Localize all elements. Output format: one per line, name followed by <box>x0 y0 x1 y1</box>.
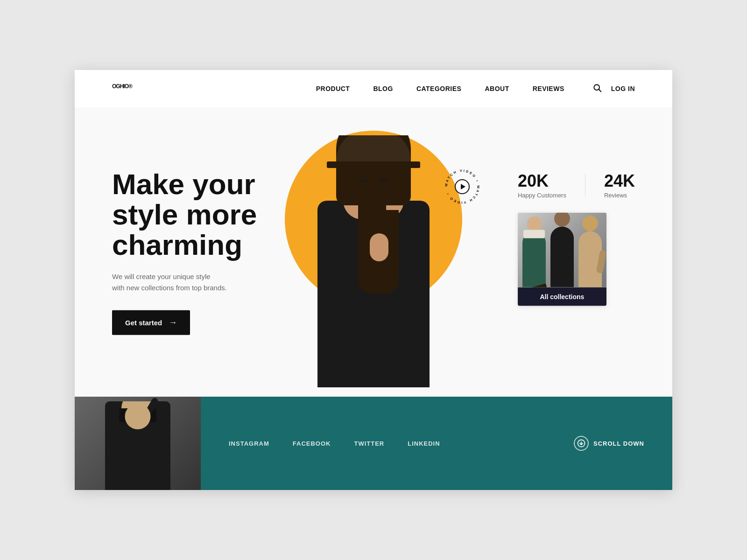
collections-image <box>518 213 606 287</box>
stat-reviews-label: Reviews <box>604 192 635 199</box>
hero-subtext: We will create your unique stylewith new… <box>112 271 271 294</box>
scroll-down-icon <box>574 436 589 451</box>
scroll-down-button[interactable]: SCROLL DOWN <box>574 436 644 451</box>
right-stats: 20K Happy Customers 24K Reviews <box>518 171 635 306</box>
nav-product[interactable]: PRODUCT <box>316 85 350 92</box>
svg-line-1 <box>599 89 601 91</box>
nav-about[interactable]: ABOUT <box>485 85 509 92</box>
stat-happy-label: Happy Customers <box>518 192 566 199</box>
collections-label[interactable]: All collections <box>518 287 606 306</box>
social-linkedin[interactable]: LINKEDIN <box>408 440 440 447</box>
nav-blog[interactable]: BLOG <box>373 85 393 92</box>
stat-divider <box>585 173 585 196</box>
hero-heading: Make your style more charming <box>112 169 271 260</box>
bottom-teal-bar: INSTAGRAM FACEBOOK TWITTER LINKEDIN SCRO… <box>201 397 672 490</box>
search-button[interactable] <box>592 83 602 95</box>
logo[interactable]: OGHIO® <box>112 83 132 95</box>
nav-links: PRODUCT BLOG CATEGORIES ABOUT REVIEWS <box>316 84 564 93</box>
arrow-right-icon: → <box>169 318 177 328</box>
bottom-left-photo <box>75 397 201 490</box>
login-button[interactable]: LOG IN <box>611 85 635 92</box>
navbar: OGHIO® PRODUCT BLOG CATEGORIES ABOUT REV… <box>75 70 672 107</box>
play-button[interactable] <box>455 179 470 194</box>
bottom-banner: INSTAGRAM FACEBOOK TWITTER LINKEDIN SCRO… <box>75 397 672 490</box>
hero-text: Make your style more charming We will cr… <box>112 169 271 335</box>
nav-reviews[interactable]: REVIEWS <box>533 85 564 92</box>
play-icon <box>461 184 465 189</box>
social-facebook[interactable]: FACEBOOK <box>293 440 331 447</box>
social-instagram[interactable]: INSTAGRAM <box>229 440 269 447</box>
stat-happy-number: 20K <box>518 171 566 191</box>
scroll-down-label: SCROLL DOWN <box>593 440 644 447</box>
stat-happy-customers: 20K Happy Customers <box>518 171 566 199</box>
stat-reviews: 24K Reviews <box>604 171 635 199</box>
nav-categories[interactable]: CATEGORIES <box>416 85 462 92</box>
social-links: INSTAGRAM FACEBOOK TWITTER LINKEDIN <box>229 440 440 447</box>
social-twitter[interactable]: TWITTER <box>354 440 384 447</box>
main-content: Make your style more charming We will cr… <box>75 107 672 397</box>
logo-text: OGHIO <box>112 83 128 90</box>
watch-video-widget[interactable]: WATCH VIDEO • WATCH VIDEO • <box>439 163 486 210</box>
nav-right: LOG IN <box>592 83 635 95</box>
stats-row: 20K Happy Customers 24K Reviews <box>518 171 635 199</box>
stat-reviews-number: 24K <box>604 171 635 191</box>
logo-reg: ® <box>128 83 132 90</box>
get-started-button[interactable]: Get started → <box>112 310 190 335</box>
collections-card[interactable]: All collections <box>518 213 606 306</box>
center-hero-image: WATCH VIDEO • WATCH VIDEO • <box>271 117 476 387</box>
